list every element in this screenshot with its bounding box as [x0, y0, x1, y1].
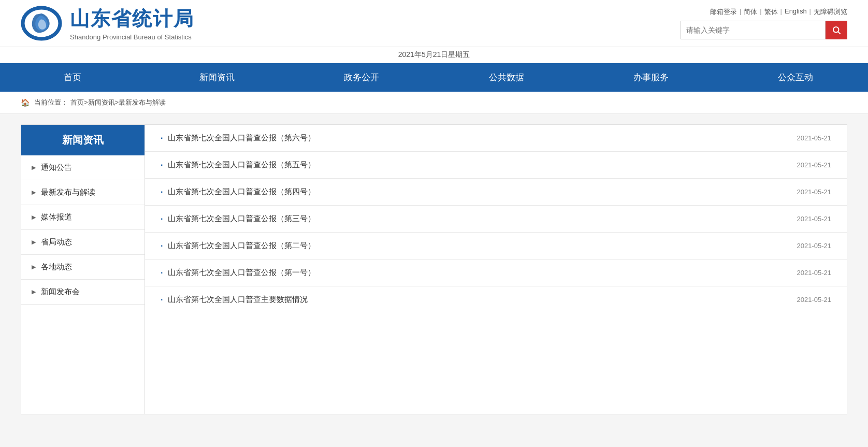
sidebar-item-notice[interactable]: ▶ 通知公告: [21, 155, 144, 180]
sidebar: 新闻资讯 ▶ 通知公告 ▶ 最新发布与解读 ▶ 媒体报道 ▶ 省局动态 ▶ 各地…: [21, 124, 145, 414]
search-bar: [681, 21, 847, 39]
news-left: · 山东省第七次全国人口普查主要数据情况: [161, 295, 308, 305]
nav-home[interactable]: 首页: [0, 63, 144, 92]
news-left: · 山东省第七次全国人口普查公报（第二号）: [161, 241, 315, 251]
news-item-4[interactable]: · 山东省第七次全国人口普查公报（第二号） 2021-05-21: [145, 233, 847, 259]
sidebar-item-label: 新闻发布会: [41, 287, 80, 297]
news-left: · 山东省第七次全国人口普查公报（第五号）: [161, 160, 315, 170]
nav-government[interactable]: 政务公开: [290, 63, 434, 92]
news-date: 2021-05-21: [797, 188, 832, 196]
news-date: 2021-05-21: [797, 242, 832, 250]
breadcrumb-path[interactable]: 首页>新闻资讯>最新发布与解读: [70, 98, 166, 107]
nav-interaction[interactable]: 公众互动: [724, 63, 868, 92]
news-item-3[interactable]: · 山东省第七次全国人口普查公报（第三号） 2021-05-21: [145, 206, 847, 233]
logo-area: 山东省统计局 Shandong Provincial Bureau of Sta…: [21, 5, 194, 41]
logo-icon: [21, 5, 62, 41]
org-name-en: Shandong Provincial Bureau of Statistics: [70, 33, 194, 41]
news-left: · 山东省第七次全国人口普查公报（第六号）: [161, 133, 315, 143]
main-content: 新闻资讯 ▶ 通知公告 ▶ 最新发布与解读 ▶ 媒体报道 ▶ 省局动态 ▶ 各地…: [0, 114, 868, 425]
news-title: 山东省第七次全国人口普查公报（第一号）: [168, 268, 315, 278]
news-title: 山东省第七次全国人口普查公报（第五号）: [168, 160, 315, 170]
chevron-right-icon: ▶: [32, 164, 36, 171]
chevron-right-icon: ▶: [32, 214, 36, 221]
sidebar-item-pressconf[interactable]: ▶ 新闻发布会: [21, 280, 144, 305]
news-date: 2021-05-21: [797, 269, 832, 277]
chevron-right-icon: ▶: [32, 264, 36, 270]
news-title: 山东省第七次全国人口普查公报（第三号）: [168, 214, 315, 224]
main-nav: 首页 新闻资讯 政务公开 公共数据 办事服务 公众互动: [0, 63, 868, 92]
news-title: 山东省第七次全国人口普查公报（第六号）: [168, 133, 315, 143]
sidebar-item-regional[interactable]: ▶ 各地动态: [21, 255, 144, 280]
search-button[interactable]: [826, 21, 847, 39]
top-links: 邮箱登录 | 简体 | 繁体 | English | 无障碍浏览: [710, 7, 847, 17]
news-left: · 山东省第七次全国人口普查公报（第三号）: [161, 214, 315, 224]
nav-data[interactable]: 公共数据: [434, 63, 578, 92]
news-item-6[interactable]: · 山东省第七次全国人口普查主要数据情况 2021-05-21: [145, 286, 847, 313]
sidebar-item-media[interactable]: ▶ 媒体报道: [21, 205, 144, 230]
home-icon: 🏠: [21, 98, 30, 107]
chevron-right-icon: ▶: [32, 189, 36, 196]
news-left: · 山东省第七次全国人口普查公报（第一号）: [161, 268, 315, 278]
bullet-icon: ·: [161, 161, 163, 170]
sidebar-item-label: 媒体报道: [41, 212, 72, 222]
chevron-right-icon: ▶: [32, 289, 36, 295]
bullet-icon: ·: [161, 134, 163, 143]
link-simplified[interactable]: 简体: [744, 7, 757, 17]
bullet-icon: ·: [161, 241, 163, 251]
link-accessible[interactable]: 无障碍浏览: [814, 7, 847, 17]
search-input[interactable]: [681, 21, 826, 39]
nav-services[interactable]: 办事服务: [578, 63, 723, 92]
news-date: 2021-05-21: [797, 215, 832, 223]
sidebar-item-label: 最新发布与解读: [41, 188, 95, 197]
news-item-0[interactable]: · 山东省第七次全国人口普查公报（第六号） 2021-05-21: [145, 125, 847, 152]
svg-line-2: [838, 32, 840, 34]
news-date: 2021-05-21: [797, 296, 832, 304]
search-icon: [832, 25, 841, 35]
news-title: 山东省第七次全国人口普查公报（第二号）: [168, 241, 315, 251]
nav-news[interactable]: 新闻资讯: [144, 63, 289, 92]
news-title: 山东省第七次全国人口普查公报（第四号）: [168, 187, 315, 197]
link-english[interactable]: English: [785, 7, 807, 17]
sidebar-item-label: 各地动态: [41, 262, 72, 272]
bullet-icon: ·: [161, 268, 163, 278]
sidebar-item-bureau[interactable]: ▶ 省局动态: [21, 230, 144, 255]
logo-text: 山东省统计局 Shandong Provincial Bureau of Sta…: [70, 6, 194, 41]
bullet-icon: ·: [161, 188, 163, 197]
link-mailbox[interactable]: 邮箱登录: [710, 7, 737, 17]
breadcrumb-label: 当前位置：: [34, 98, 68, 107]
link-traditional[interactable]: 繁体: [764, 7, 778, 17]
chevron-right-icon: ▶: [32, 239, 36, 246]
bullet-icon: ·: [161, 214, 163, 224]
date-bar: 2021年5月21日星期五: [0, 47, 868, 63]
news-date: 2021-05-21: [797, 134, 832, 142]
sidebar-item-latest[interactable]: ▶ 最新发布与解读: [21, 180, 144, 205]
news-item-5[interactable]: · 山东省第七次全国人口普查公报（第一号） 2021-05-21: [145, 259, 847, 286]
news-title: 山东省第七次全国人口普查主要数据情况: [168, 295, 308, 305]
breadcrumb: 🏠 当前位置： 首页>新闻资讯>最新发布与解读: [0, 92, 868, 114]
news-item-1[interactable]: · 山东省第七次全国人口普查公报（第五号） 2021-05-21: [145, 152, 847, 179]
sidebar-item-label: 省局动态: [41, 237, 72, 247]
org-name-cn: 山东省统计局: [70, 6, 194, 32]
header-right: 邮箱登录 | 简体 | 繁体 | English | 无障碍浏览: [681, 7, 847, 39]
news-list: · 山东省第七次全国人口普查公报（第六号） 2021-05-21 · 山东省第七…: [145, 124, 847, 414]
page-header: 山东省统计局 Shandong Provincial Bureau of Sta…: [0, 0, 868, 47]
current-date: 2021年5月21日星期五: [398, 50, 470, 59]
news-item-2[interactable]: · 山东省第七次全国人口普查公报（第四号） 2021-05-21: [145, 179, 847, 206]
sidebar-title: 新闻资讯: [21, 125, 144, 155]
svg-point-1: [833, 27, 839, 33]
news-left: · 山东省第七次全国人口普查公报（第四号）: [161, 187, 315, 197]
bullet-icon: ·: [161, 295, 163, 305]
news-date: 2021-05-21: [797, 161, 832, 169]
sidebar-item-label: 通知公告: [41, 163, 72, 172]
